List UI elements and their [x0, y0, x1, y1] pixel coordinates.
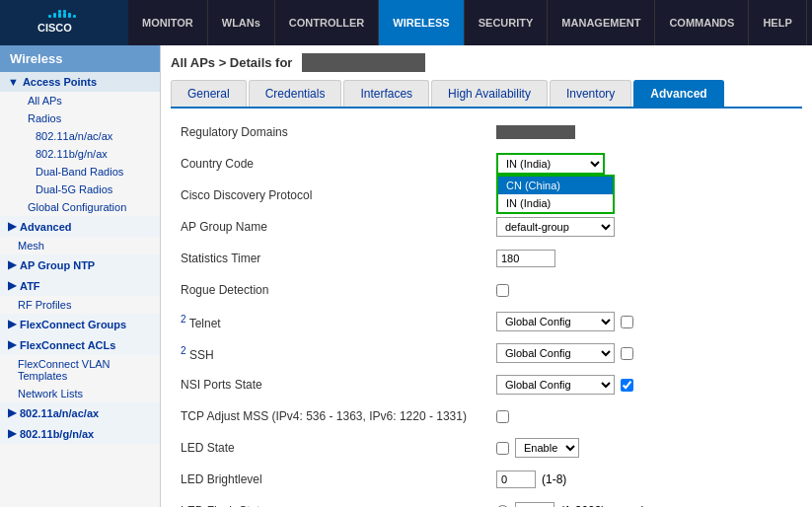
expand-icon: ▶ [8, 318, 16, 330]
sidebar-item-atf[interactable]: ▶ ATF [0, 275, 160, 296]
option-cn-china[interactable]: CN (China) [498, 177, 613, 194]
sidebar-item-advanced[interactable]: ▶ Advanced [0, 216, 160, 237]
led-brightlevel-row: LED Brightlevel (1-8) [181, 468, 792, 491]
telnet-control: Global Config [496, 312, 633, 331]
regulatory-domains-value [496, 125, 575, 139]
sidebar-item-flexconnect-groups[interactable]: ▶ FlexConnect Groups [0, 314, 160, 334]
expand-icon: ▶ [8, 220, 16, 233]
sidebar-item-80211a[interactable]: 802.11a/n/ac/ax [0, 127, 160, 145]
sidebar-item-rf-profiles[interactable]: RF Profiles [0, 296, 160, 314]
svg-rect-5 [68, 13, 71, 18]
rogue-detection-label: Rogue Detection [181, 283, 496, 297]
sidebar-item-flexconnect-vlan[interactable]: FlexConnect VLAN Templates [0, 355, 160, 385]
ap-group-select[interactable]: default-group [496, 217, 615, 237]
stats-timer-label: Statistics Timer [181, 252, 496, 265]
tab-inventory[interactable]: Inventory [550, 80, 631, 107]
nav-management[interactable]: MANAGEMENT [548, 0, 655, 45]
nsi-ports-checkbox[interactable] [621, 379, 633, 392]
tcp-adjust-checkbox[interactable] [496, 410, 509, 423]
tcp-adjust-label: TCP Adjust MSS (IPv4: 536 - 1363, IPv6: … [181, 409, 496, 423]
led-flash-input[interactable] [515, 502, 554, 507]
nav-help[interactable]: HELP [749, 0, 806, 45]
led-state-checkbox[interactable] [496, 442, 509, 455]
ssh-control: Global Config [496, 343, 633, 363]
svg-rect-0 [58, 10, 61, 13]
nav-wlans[interactable]: WLANs [208, 0, 275, 45]
sidebar-item-80211b[interactable]: 802.11b/g/n/ax [0, 145, 160, 163]
option-in-india-item[interactable]: IN (India) [498, 194, 613, 212]
form-area: Regulatory Domains Country Code IN (Indi… [171, 120, 802, 507]
telnet-row: 2 Telnet Global Config [181, 310, 792, 333]
country-code-select[interactable]: IN (India) [496, 153, 605, 175]
svg-rect-1 [63, 10, 66, 13]
sidebar-item-access-points[interactable]: ▼ Access Points [0, 72, 160, 92]
telnet-checkbox[interactable] [621, 316, 633, 328]
regulatory-domains-label: Regulatory Domains [181, 125, 496, 139]
expand-icon: ▶ [8, 406, 16, 419]
rogue-detection-row: Rogue Detection [181, 278, 792, 302]
nsi-ports-select[interactable]: Global Config [496, 375, 615, 395]
nav-monitor[interactable]: MONITOR [128, 0, 208, 45]
nav-controller[interactable]: CONTROLLER [275, 0, 379, 45]
ssh-label: 2 SSH [181, 345, 496, 362]
tab-general[interactable]: General [171, 80, 247, 107]
tcp-adjust-row: TCP Adjust MSS (IPv4: 536 - 1363, IPv6: … [181, 404, 792, 428]
svg-rect-7 [73, 15, 76, 18]
svg-rect-4 [63, 13, 66, 18]
sidebar-item-80211a-section[interactable]: ▶ 802.11a/n/ac/ax [0, 402, 160, 423]
breadcrumb: All APs > Details for ███████ [171, 55, 802, 70]
sidebar-item-flexconnect-acls[interactable]: ▶ FlexConnect ACLs [0, 334, 160, 355]
expand-icon: ▶ [8, 258, 16, 271]
led-state-select[interactable]: Enable [515, 438, 579, 458]
expand-icon: ▶ [8, 279, 16, 292]
country-code-dropdown-container: IN (India) CN (China) IN (India) [496, 153, 605, 175]
telnet-select[interactable]: Global Config [496, 312, 615, 331]
tab-advanced[interactable]: Advanced [633, 80, 723, 107]
tab-interfaces[interactable]: Interfaces [343, 80, 429, 107]
sidebar-item-all-aps[interactable]: All APs [0, 92, 160, 109]
sidebar-item-network-lists[interactable]: Network Lists [0, 385, 160, 402]
cdp-row: Cisco Discovery Protocol [181, 183, 792, 207]
sidebar-item-dual-band[interactable]: Dual-Band Radios [0, 163, 160, 181]
svg-rect-2 [53, 13, 56, 18]
nsi-ports-control: Global Config [496, 375, 633, 395]
sidebar-item-80211b-section[interactable]: ▶ 802.11b/g/n/ax [0, 423, 160, 444]
sidebar: Wireless ▼ Access Points All APs Radios … [0, 45, 161, 507]
sidebar-title: Wireless [0, 45, 160, 72]
led-state-label: LED State [181, 441, 496, 455]
led-state-control: Enable [496, 438, 579, 458]
sidebar-item-global-config[interactable]: Global Configuration [0, 198, 160, 216]
country-code-options: CN (China) IN (India) [496, 175, 615, 214]
led-brightlevel-input[interactable] [496, 471, 536, 488]
rogue-detection-control [496, 284, 509, 297]
sidebar-item-dual-5g[interactable]: Dual-5G Radios [0, 181, 160, 198]
nsi-ports-label: NSI Ports State [181, 378, 496, 392]
telnet-label: 2 Telnet [181, 314, 496, 330]
sidebar-item-ap-group-ntp[interactable]: ▶ AP Group NTP [0, 254, 160, 275]
expand-icon: ▼ [8, 76, 19, 88]
regulatory-domains-control [496, 125, 575, 139]
tab-credentials[interactable]: Credentials [249, 80, 342, 107]
main-nav: MONITOR WLANs CONTROLLER WIRELESS SECURI… [128, 0, 807, 45]
nav-wireless[interactable]: WIRELESS [379, 0, 464, 45]
rogue-detection-checkbox[interactable] [496, 284, 509, 297]
sidebar-item-mesh[interactable]: Mesh [0, 237, 160, 254]
tab-high-availability[interactable]: High Availability [431, 80, 548, 107]
ssh-checkbox[interactable] [621, 347, 633, 360]
nav-security[interactable]: SECURITY [465, 0, 549, 45]
nsi-ports-row: NSI Ports State Global Config [181, 373, 792, 397]
ssh-select[interactable]: Global Config [496, 343, 615, 363]
stats-timer-input[interactable] [496, 250, 555, 267]
sidebar-item-radios[interactable]: Radios [0, 109, 160, 127]
telnet-note-link[interactable]: 2 [181, 314, 186, 325]
nav-commands[interactable]: COMMANDS [655, 0, 749, 45]
led-flash-control: (1-3600)seconds [496, 502, 649, 507]
led-brightlevel-range: (1-8) [542, 472, 566, 486]
ssh-note-link[interactable]: 2 [181, 345, 186, 356]
expand-icon: ▶ [8, 338, 16, 351]
cdp-label: Cisco Discovery Protocol [181, 188, 496, 202]
ap-name-redacted: ███████ [302, 53, 424, 72]
tcp-adjust-control [496, 410, 509, 423]
svg-text:CISCO: CISCO [37, 22, 72, 34]
led-flash-row: LED Flash State (1-3600)seconds [181, 499, 792, 507]
